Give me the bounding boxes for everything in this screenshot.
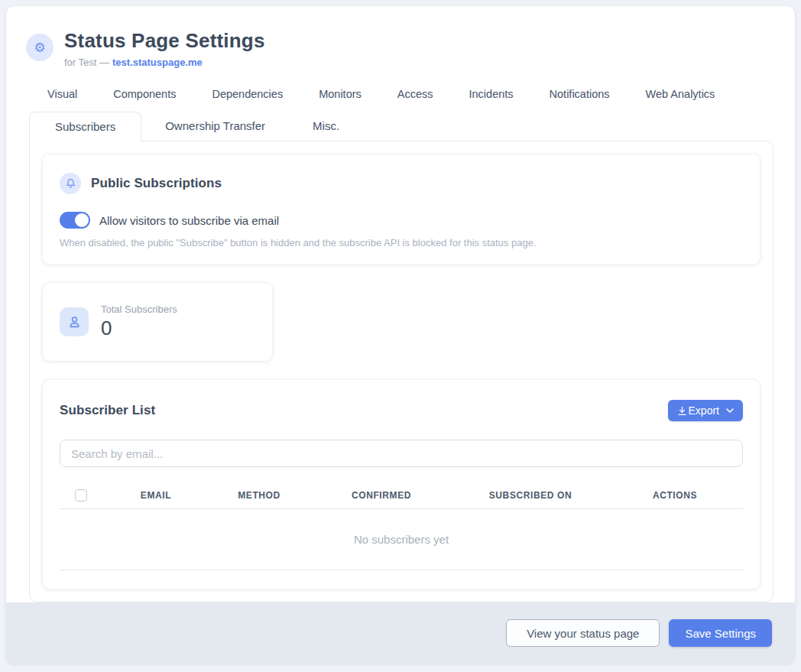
footer-bar: View your status page Save Settings — [6, 602, 795, 664]
settings-tab[interactable]: Notifications — [550, 88, 610, 100]
gear-icon: ⚙ — [34, 41, 45, 54]
total-subscribers-value: 0 — [101, 317, 177, 340]
status-page-link[interactable]: test.statuspage.me — [112, 57, 203, 68]
subscribers-table-header: EMAILMETHODCONFIRMEDSUBSCRIBED ONACTIONS — [60, 482, 743, 509]
tabs-zone: VisualComponentsDependenciesMonitorsAcce… — [29, 88, 773, 141]
column-header: EMAIL — [102, 490, 209, 501]
settings-tab[interactable]: Web Analytics — [646, 88, 715, 100]
settings-tab-row-2: SubscribersOwnership TransferMisc. — [29, 111, 773, 141]
settings-icon-badge: ⚙ — [26, 34, 54, 61]
column-headers: EMAILMETHODCONFIRMEDSUBSCRIBED ONACTIONS — [102, 490, 743, 501]
subscriber-list-card: Subscriber List Export EM — [42, 379, 760, 589]
column-header: METHOD — [209, 490, 309, 501]
user-icon-badge — [60, 307, 89, 336]
column-header: SUBSCRIBED ON — [454, 490, 607, 501]
download-icon — [677, 406, 687, 416]
subscribers-tab-panel: Public Subscriptions Allow visitors to s… — [29, 141, 773, 602]
subscribe-toggle-label: Allow visitors to subscribe via email — [99, 214, 279, 227]
subscriber-list-header: Subscriber List Export — [60, 400, 743, 421]
export-button[interactable]: Export — [668, 400, 743, 421]
title-block: Status Page Settings for Test —test.stat… — [64, 29, 265, 68]
user-icon — [67, 315, 82, 330]
select-all-checkbox[interactable] — [75, 489, 87, 502]
page-subtitle: for Test —test.statuspage.me — [64, 57, 265, 68]
settings-tab[interactable]: Monitors — [319, 88, 362, 100]
total-subscribers-info: Total Subscribers 0 — [101, 304, 177, 340]
column-header: ACTIONS — [607, 490, 743, 501]
settings-tab[interactable]: Components — [113, 88, 176, 100]
settings-subtab[interactable]: Ownership Transfer — [141, 111, 289, 141]
public-subscriptions-header: Public Subscriptions — [60, 173, 743, 194]
subscribe-toggle-row: Allow visitors to subscribe via email — [60, 212, 743, 229]
total-subscribers-label: Total Subscribers — [101, 304, 177, 315]
view-status-page-button[interactable]: View your status page — [506, 619, 660, 647]
subscribe-toggle[interactable] — [60, 212, 90, 229]
settings-tab[interactable]: Visual — [47, 88, 77, 100]
settings-subtab[interactable]: Subscribers — [29, 112, 141, 141]
column-header: CONFIRMED — [309, 490, 454, 501]
empty-state-text: No subscribers yet — [60, 509, 743, 570]
chevron-down-icon — [726, 408, 734, 413]
bell-icon-badge — [60, 173, 81, 194]
settings-tab[interactable]: Dependencies — [212, 88, 283, 100]
main-card: ⚙ Status Page Settings for Test —test.st… — [6, 6, 795, 664]
search-input[interactable] — [60, 440, 743, 467]
settings-tab-row-1: VisualComponentsDependenciesMonitorsAcce… — [29, 88, 773, 111]
settings-tab[interactable]: Incidents — [469, 88, 514, 100]
public-subscriptions-card: Public Subscriptions Allow visitors to s… — [42, 154, 760, 265]
public-subscriptions-title: Public Subscriptions — [91, 176, 222, 191]
toggle-knob — [75, 213, 89, 227]
page-header: ⚙ Status Page Settings for Test —test.st… — [6, 6, 795, 68]
select-all-cell — [60, 489, 102, 502]
page-title: Status Page Settings — [64, 29, 265, 53]
settings-subtab[interactable]: Misc. — [289, 111, 363, 141]
subscribers-table: EMAILMETHODCONFIRMEDSUBSCRIBED ONACTIONS… — [60, 482, 743, 570]
settings-tab[interactable]: Access — [397, 88, 433, 100]
page-background: { "header": { "title": "Status Page Sett… — [0, 0, 801, 672]
bell-icon — [65, 177, 76, 190]
subscribe-helper-text: When disabled, the public "Subscribe" bu… — [60, 237, 743, 248]
export-button-label: Export — [689, 404, 719, 417]
subscriber-list-title: Subscriber List — [60, 403, 155, 418]
subtitle-prefix: for Test — — [64, 57, 109, 68]
total-subscribers-card: Total Subscribers 0 — [42, 282, 273, 362]
save-settings-button[interactable]: Save Settings — [669, 619, 772, 647]
